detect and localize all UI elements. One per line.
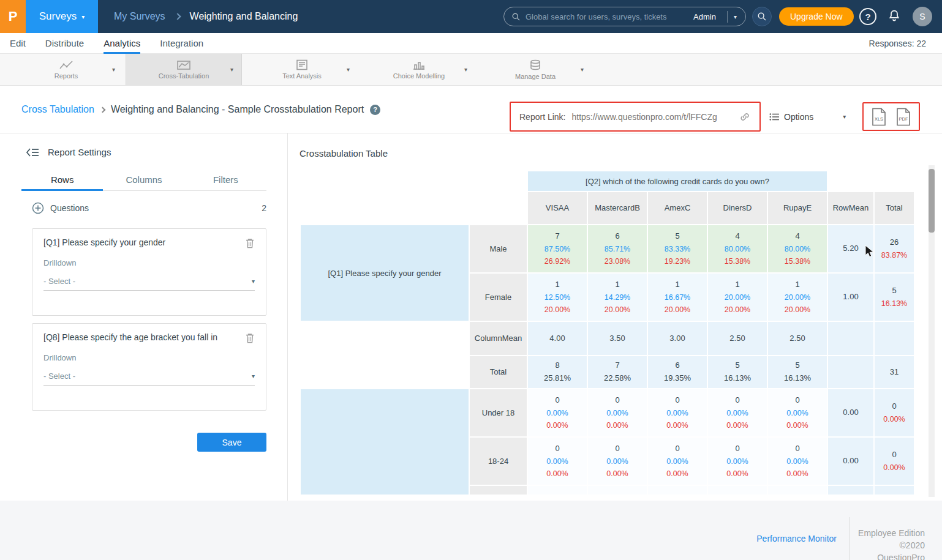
search-scope-dropdown[interactable]: ▾ bbox=[727, 11, 738, 23]
list-icon bbox=[769, 113, 779, 121]
xtab-cell: 00.00%0.00% bbox=[768, 389, 827, 436]
xtab-value: 1 bbox=[768, 278, 827, 291]
xtab-row-mean-cell: 1.00 bbox=[828, 274, 873, 321]
xtab-value: Rupay bbox=[783, 203, 807, 212]
search-scope-label: Admin bbox=[693, 12, 722, 21]
help-button[interactable]: ? bbox=[859, 8, 876, 25]
xtab-cell: 583.33%19.23% bbox=[648, 225, 707, 272]
xtab-value: 1 bbox=[588, 278, 647, 291]
collapse-panel-icon[interactable] bbox=[26, 147, 39, 157]
upgrade-now-button[interactable]: Upgrade Now bbox=[779, 7, 854, 26]
xtab-row-label: Female bbox=[470, 274, 527, 321]
xtab-cell: 685.71%23.08% bbox=[588, 225, 647, 272]
product-menu-surveys[interactable]: Surveys ▾ bbox=[26, 0, 98, 33]
xtab-row-label: 18-24 bbox=[470, 438, 527, 485]
toolbar-manage-data-caret[interactable]: ▾ bbox=[581, 66, 584, 73]
xtab-row-total-cell: 00.00% bbox=[875, 389, 914, 436]
delete-question-button[interactable] bbox=[245, 237, 255, 248]
user-avatar[interactable]: S bbox=[913, 7, 932, 26]
xtab-value: 22.58% bbox=[588, 372, 647, 385]
tab-columns[interactable]: Columns bbox=[103, 172, 184, 191]
drilldown-select-value: - Select - bbox=[43, 371, 252, 381]
cross-tabulation-link[interactable]: Cross Tabulation bbox=[21, 104, 94, 115]
toolbar-reports[interactable]: Reports bbox=[17, 54, 115, 85]
xtab-value: 0 bbox=[648, 442, 707, 455]
product-menu-label: Surveys bbox=[39, 10, 77, 23]
toolbar-cross-tabulation[interactable]: Cross-Tabulation bbox=[126, 54, 242, 85]
xtab-value: 5 bbox=[768, 359, 827, 372]
settings-tabs: Rows Columns Filters bbox=[21, 172, 266, 191]
notifications-button[interactable] bbox=[887, 9, 903, 24]
nav-tab-edit[interactable]: Edit bbox=[10, 33, 26, 54]
toolbar-cross-tabulation-caret[interactable]: ▾ bbox=[230, 66, 233, 73]
xtab-cell: 00.00%0.00% bbox=[708, 389, 767, 436]
search-input[interactable] bbox=[526, 12, 688, 21]
xtab-value: 5 bbox=[708, 359, 767, 372]
toolbar-text-analysis-caret[interactable]: ▾ bbox=[347, 66, 350, 73]
xtab-value: 20.00% bbox=[708, 304, 767, 316]
xtab-cell: 114.29%20.00% bbox=[588, 274, 647, 321]
tab-filters[interactable]: Filters bbox=[185, 172, 266, 191]
nav-tab-integration[interactable]: Integration bbox=[160, 33, 203, 54]
tab-rows[interactable]: Rows bbox=[21, 172, 103, 191]
xtab-cell: 3.00 bbox=[648, 322, 707, 355]
xtab-cell: 00.00%0.00% bbox=[768, 438, 827, 485]
breadcrumb-current: Weighting and Balancing bbox=[190, 11, 298, 22]
vertical-scrollbar[interactable] bbox=[929, 165, 935, 497]
nav-tab-distribute[interactable]: Distribute bbox=[45, 33, 84, 54]
xtab-cell: 2.50 bbox=[708, 322, 767, 355]
xtab-cell: 480.00%15.38% bbox=[768, 225, 827, 272]
export-pdf-button[interactable]: PDF bbox=[895, 108, 911, 126]
xtab-value: 80.00% bbox=[708, 243, 767, 255]
chevron-down-icon: ▾ bbox=[252, 373, 255, 379]
xtab-row-mean-cell: 0.00 bbox=[828, 438, 873, 485]
toolbar-reports-label: Reports bbox=[55, 72, 78, 80]
xtab-value: 15.38% bbox=[708, 255, 767, 267]
report-link-url[interactable]: https://www.questionpro.com/t/lFFCZg bbox=[571, 112, 733, 122]
brand-logo[interactable]: P bbox=[0, 0, 26, 33]
bell-icon bbox=[887, 9, 902, 23]
database-icon bbox=[529, 59, 541, 71]
add-question-button[interactable] bbox=[32, 202, 44, 214]
xtab-group-header bbox=[301, 389, 469, 495]
xtab-value: 0 bbox=[528, 394, 587, 407]
xtab-value: 0 bbox=[768, 394, 827, 407]
export-xls-button[interactable]: XLS bbox=[871, 108, 887, 126]
toolbar-text-analysis[interactable]: Text Analysis bbox=[251, 54, 353, 85]
scrollbar-thumb[interactable] bbox=[929, 169, 935, 233]
toolbar-manage-data[interactable]: Manage Data bbox=[484, 54, 587, 85]
responses-count: Responses: 22 bbox=[869, 33, 926, 54]
save-button[interactable]: Save bbox=[197, 433, 266, 452]
xtab-cell: 00.00%0.00% bbox=[588, 438, 647, 485]
search-submit-button[interactable] bbox=[752, 7, 772, 26]
xtab-cell: 120.00%20.00% bbox=[768, 274, 827, 321]
xtab-column-header-row: VISAAMastercardBAmexCDinersDRupayERowMea… bbox=[301, 192, 914, 224]
link-icon[interactable] bbox=[739, 111, 751, 123]
page-footer: Performance Monitor Employee Edition ©20… bbox=[0, 501, 942, 560]
toolbar-reports-caret[interactable]: ▾ bbox=[112, 66, 115, 73]
xtab-value: 4 bbox=[768, 230, 827, 243]
xtab-value: 0.00% bbox=[588, 455, 647, 468]
xtab-row-label: Total bbox=[470, 356, 527, 388]
toolbar-choice-modelling[interactable]: Choice Modelling bbox=[367, 54, 470, 85]
toolbar-choice-modelling-caret[interactable]: ▾ bbox=[464, 66, 467, 73]
xtab-cell: 112.50%20.00% bbox=[528, 274, 587, 321]
xtab-cell: 00.00%0.00% bbox=[648, 438, 707, 485]
xtab-value: 0.00% bbox=[875, 461, 914, 474]
drilldown-select[interactable]: - Select - ▾ bbox=[43, 272, 255, 291]
performance-monitor-link[interactable]: Performance Monitor bbox=[756, 534, 837, 543]
options-dropdown[interactable]: Options ▾ bbox=[769, 102, 846, 132]
drilldown-select[interactable]: - Select - ▾ bbox=[43, 367, 255, 386]
report-help-icon[interactable]: ? bbox=[370, 105, 380, 115]
xtab-cell: 3.50 bbox=[588, 322, 647, 355]
xtab-value: 0.00% bbox=[768, 407, 827, 419]
export-annotation-box: XLS PDF bbox=[862, 102, 920, 131]
xtab-value: 0.00% bbox=[528, 468, 587, 480]
question-label: [Q1] Please specify your gender bbox=[43, 237, 245, 247]
nav-tab-analytics[interactable]: Analytics bbox=[104, 33, 140, 54]
global-search[interactable]: Admin ▾ bbox=[503, 7, 746, 26]
breadcrumb-my-surveys[interactable]: My Surveys bbox=[114, 11, 165, 22]
delete-question-button[interactable] bbox=[245, 332, 255, 343]
xtab-cell: 4.00 bbox=[528, 322, 587, 355]
survey-nav: Edit Distribute Analytics Integration Re… bbox=[0, 33, 942, 54]
